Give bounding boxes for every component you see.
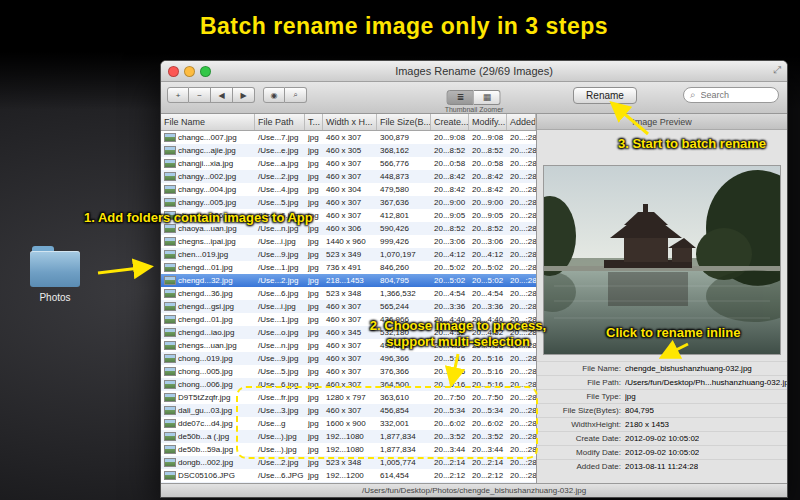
- add-button[interactable]: +: [167, 87, 189, 103]
- table-cell: 460 x 307: [323, 341, 377, 350]
- thumbnail-icon: [164, 380, 176, 389]
- table-row[interactable]: chong...005.jpg/Use...5.jpgjpg460 x 3073…: [161, 365, 536, 378]
- slideshow-button[interactable]: ◉: [263, 87, 285, 103]
- table-cell: 460 x 307: [323, 380, 377, 389]
- table-cell: 20...:28: [507, 406, 536, 415]
- view-control-wrap: ≣▦ Thumbnail Zoomer: [445, 86, 504, 113]
- table-cell: 412,801: [377, 211, 431, 220]
- table-row[interactable]: dde07c...d4.jpg/Use...gjpg1600 x 900332,…: [161, 417, 536, 430]
- table-row[interactable]: chengd...01.jpg/Use...1.jpgjpg460 x 3074…: [161, 313, 536, 326]
- table-cell: 20...7:50: [469, 393, 507, 402]
- table-cell: 20...5:34: [469, 406, 507, 415]
- minimize-button[interactable]: [184, 66, 195, 77]
- column-header[interactable]: Added...: [507, 114, 536, 130]
- column-header[interactable]: File Name: [161, 114, 255, 130]
- zoom-window-button[interactable]: [200, 66, 211, 77]
- table-cell: jpg: [305, 419, 323, 428]
- table-cell: 300,879: [377, 133, 431, 142]
- table-row[interactable]: chengs...uan.jpg/Use...n.jpgjpg460 x 307…: [161, 339, 536, 352]
- table-row[interactable]: chengd...01.jpg/Use...1.jpgjpg736 x 4918…: [161, 261, 536, 274]
- column-header[interactable]: Create...: [431, 114, 469, 130]
- toolbar: +−◀▶◉⌕ ≣▦ Thumbnail Zoomer Rename ⌕: [161, 82, 787, 114]
- table-cell: 496,366: [377, 354, 431, 363]
- table-row[interactable]: chengd...iao.jpg/Use...o.jpgjpg460 x 345…: [161, 326, 536, 339]
- table-row[interactable]: changc...007.jpg/Use...7.jpgjpg460 x 307…: [161, 131, 536, 144]
- table-cell: 448,873: [377, 172, 431, 181]
- zoom-button[interactable]: ⌕: [285, 87, 307, 103]
- table-row[interactable]: de50b...a (.jpg/Use...).jpgjpg192...1080…: [161, 430, 536, 443]
- table-cell: 20...8:42: [431, 185, 469, 194]
- table-row[interactable]: changy...002.jpg/Use...2.jpgjpg460 x 307…: [161, 170, 536, 183]
- table-cell: 364,500: [377, 380, 431, 389]
- table-cell: 460 x 307: [323, 172, 377, 181]
- title-bar[interactable]: Images Rename (29/69 Images) ⤢: [161, 61, 787, 82]
- table-cell: jpg: [305, 289, 323, 298]
- search-input[interactable]: [699, 89, 772, 101]
- table-cell: jpg: [305, 224, 323, 233]
- table-row[interactable]: chengd...gsi.jpg/Use...i.jpgjpg460 x 307…: [161, 300, 536, 313]
- column-header[interactable]: File Path: [255, 114, 305, 130]
- table-cell: 20...:28: [507, 198, 536, 207]
- thumbnail-view-button[interactable]: ▦: [474, 90, 501, 105]
- thumbnail-icon: [164, 289, 176, 298]
- table-cell: jpg: [305, 445, 323, 454]
- table-cell: dongb...002.jpg: [161, 458, 255, 467]
- table-cell: jpg: [305, 159, 323, 168]
- remove-button[interactable]: −: [189, 87, 211, 103]
- table-row[interactable]: changc...ajie.jpg/Use...e.jpgjpg460 x 30…: [161, 144, 536, 157]
- table-cell: 1,005,774: [377, 458, 431, 467]
- table-row[interactable]: changy...006.jpg/Use...6.jpgjpg460 x 307…: [161, 209, 536, 222]
- preview-field-value[interactable]: 2012-09-02 10:05:02: [625, 434, 699, 443]
- preview-field-value[interactable]: jpg: [625, 392, 636, 401]
- table-cell: 20...2:14: [469, 458, 507, 467]
- table-row[interactable]: dongb...002.jpg/Use...2.jpgjpg523 x 3481…: [161, 456, 536, 469]
- close-button[interactable]: [168, 66, 179, 77]
- preview-field-value[interactable]: /Users/fun/Desktop/Ph...hushanzhuang-032…: [625, 378, 787, 387]
- table-cell: changy...005.jpg: [161, 198, 255, 207]
- fullscreen-icon[interactable]: ⤢: [773, 64, 781, 76]
- preview-field-value[interactable]: chengde_bishushanzhuang-032.jpg: [625, 364, 752, 373]
- table-row[interactable]: chong...019.jpg/Use...9.jpgjpg460 x 3074…: [161, 352, 536, 365]
- file-table-body[interactable]: changc...007.jpg/Use...7.jpgjpg460 x 307…: [161, 131, 536, 483]
- table-row[interactable]: changji...xia.jpg/Use...a.jpgjpg460 x 30…: [161, 157, 536, 170]
- table-row[interactable]: changy...004.jpg/Use...4.jpgjpg460 x 304…: [161, 183, 536, 196]
- table-row[interactable]: chegns...ipai.jpg/Use...i.jpgjpg1440 x 9…: [161, 235, 536, 248]
- prev-button[interactable]: ◀: [211, 87, 233, 103]
- table-cell: jpg: [305, 354, 323, 363]
- table-row[interactable]: DSC05106.JPG/Use...6.JPGjpg192...1200614…: [161, 469, 536, 482]
- table-row[interactable]: chong...006.jpg/Use...6.jpgjpg460 x 3073…: [161, 378, 536, 391]
- preview-field-label: WidthxHeight:: [537, 420, 625, 429]
- column-header[interactable]: Modify...: [469, 114, 507, 130]
- column-header[interactable]: Width x H...: [323, 114, 377, 130]
- view-segmented-control: ≣▦: [447, 90, 501, 105]
- preview-field-value[interactable]: 2013-08-11 11:24:28: [625, 462, 698, 471]
- preview-field-value[interactable]: 804,795: [625, 406, 654, 415]
- table-cell: 20...:28: [507, 393, 536, 402]
- search-field[interactable]: ⌕: [683, 87, 779, 103]
- table-cell: /Use...7.jpg: [255, 133, 305, 142]
- table-row[interactable]: chen...019.jpg/Use...9.jpgjpg523 x 3491,…: [161, 248, 536, 261]
- table-row[interactable]: de50b...59a.jpg/Use...).jpgjpg192...1080…: [161, 443, 536, 456]
- table-row[interactable]: chengd...36.jpg/Use...6.jpgjpg523 x 3481…: [161, 287, 536, 300]
- preview-field-value[interactable]: 2180 x 1453: [625, 420, 669, 429]
- table-row[interactable]: D9T5tZzqfr.jpg/Use...fr.jpgjpg1280 x 797…: [161, 391, 536, 404]
- table-cell: 20...:28: [507, 328, 536, 337]
- table-row[interactable]: chengd...32.jpg/Use...2.jpgjpg218...1453…: [161, 274, 536, 287]
- table-cell: 20...5:16: [431, 367, 469, 376]
- table-cell: 20...3:06: [469, 237, 507, 246]
- table-row[interactable]: changy...005.jpg/Use...5.jpgjpg460 x 307…: [161, 196, 536, 209]
- table-row[interactable]: chaoya...uan.jpg/Use...n.jpgjpg460 x 306…: [161, 222, 536, 235]
- list-view-button[interactable]: ≣: [447, 90, 474, 105]
- photos-folder-icon[interactable]: [30, 246, 80, 288]
- column-header[interactable]: T...: [305, 114, 323, 130]
- table-cell: 460 x 307: [323, 354, 377, 363]
- table-cell: 20...9:00: [431, 198, 469, 207]
- table-cell: DSC05106.JPG: [161, 471, 255, 480]
- thumbnail-icon: [164, 471, 176, 480]
- next-button[interactable]: ▶: [233, 87, 255, 103]
- column-header[interactable]: File Size(B...: [377, 114, 431, 130]
- rename-button[interactable]: Rename: [573, 87, 637, 104]
- preview-field-value[interactable]: 2012-09-02 10:05:02: [625, 448, 699, 457]
- table-row[interactable]: dali_gu...03.jpg/Use...3.jpgjpg460 x 307…: [161, 404, 536, 417]
- table-cell: jpg: [305, 263, 323, 272]
